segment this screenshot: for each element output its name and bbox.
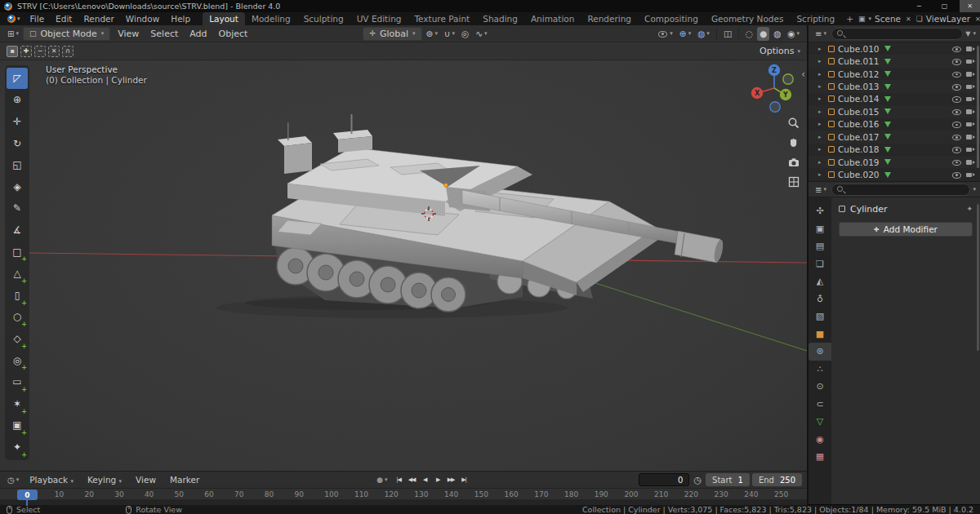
visibility-dropdown[interactable]: ▾ xyxy=(655,27,675,41)
transport-play[interactable]: ▶ xyxy=(432,474,444,486)
hide-in-viewport-eye-icon[interactable] xyxy=(951,69,962,79)
scene-browse-caret-icon[interactable]: ▾ xyxy=(868,16,871,22)
outliner-search-input[interactable] xyxy=(849,29,958,38)
overlays-toggle[interactable]: ◍ ▾ xyxy=(695,27,712,41)
hide-in-viewport-eye-icon[interactable] xyxy=(951,144,962,154)
tool-add-camera[interactable]: ▣ xyxy=(7,415,28,436)
object-name[interactable]: Cube.014 xyxy=(838,94,880,104)
properties-scrollbar[interactable] xyxy=(977,204,979,351)
timeline-editor-type-button[interactable]: ◷ ▾ xyxy=(5,476,21,485)
disable-in-render-camera-icon[interactable] xyxy=(965,119,976,129)
viewport-3d[interactable]: User Perspective (0) Collection | Cylind… xyxy=(0,60,807,471)
expand-arrow-icon[interactable]: ▸ xyxy=(818,58,825,64)
workspace-tab[interactable]: Compositing xyxy=(638,12,705,25)
disable-in-render-camera-icon[interactable] xyxy=(965,157,976,167)
scene-name[interactable]: Scene xyxy=(875,14,901,24)
tool-add-cube[interactable]: □ xyxy=(7,241,28,263)
disable-in-render-camera-icon[interactable] xyxy=(965,107,976,117)
sidebar-toggle-arrow[interactable]: ‹ xyxy=(801,69,805,80)
object-name[interactable]: Cube.016 xyxy=(838,119,880,129)
tank-model[interactable] xyxy=(216,114,724,318)
viewport-scene[interactable] xyxy=(0,60,807,471)
timeline-ruler[interactable]: 0102030405060708090100110120130140150160… xyxy=(0,488,807,505)
outliner-row[interactable]: ▸ Cube.020 xyxy=(808,168,980,180)
maximize-button[interactable]: ▢ xyxy=(934,0,955,12)
chevron-down-icon[interactable]: ▾ xyxy=(973,30,976,37)
outliner-row[interactable]: ▸ Cube.014 xyxy=(808,93,980,105)
disable-in-render-camera-icon[interactable] xyxy=(965,144,976,154)
tool-add-cylinder[interactable]: ▯ xyxy=(7,285,28,306)
minimize-button[interactable]: ─ xyxy=(909,0,929,12)
properties-search[interactable] xyxy=(831,184,971,196)
properties-tab-world[interactable]: ♁ xyxy=(808,290,831,308)
tool-move[interactable]: ✛ xyxy=(7,111,28,132)
workspace-tab[interactable]: Shading xyxy=(476,12,524,25)
tool-scale[interactable]: ◱ xyxy=(7,154,28,175)
select-mode-button[interactable]: ∩ xyxy=(62,46,74,57)
workspace-tab[interactable]: Texture Paint xyxy=(408,12,476,25)
outliner-row[interactable]: ▸ Cube.010 xyxy=(808,42,980,55)
xray-toggle[interactable]: ◫ xyxy=(721,27,734,41)
transport-jump-to-end[interactable]: ▶| xyxy=(458,474,470,486)
tool-add-light[interactable]: ✶ xyxy=(7,393,28,414)
workspace-tab[interactable]: Animation xyxy=(524,12,581,25)
hide-in-viewport-eye-icon[interactable] xyxy=(951,119,962,129)
topbar-menu-item[interactable]: Help xyxy=(165,14,196,24)
expand-arrow-icon[interactable]: ▸ xyxy=(818,71,825,78)
workspace-tab[interactable]: Geometry Nodes xyxy=(705,12,791,25)
tool-add-torus[interactable]: ◎ xyxy=(7,350,28,371)
view-menu[interactable]: View xyxy=(130,475,162,485)
properties-tab-output[interactable]: ▤ xyxy=(808,237,831,255)
scene-unlink-icon[interactable]: ✕ xyxy=(904,16,913,23)
viewport-menu-item[interactable]: Select xyxy=(145,29,184,39)
gizmos-toggle[interactable]: ⊕ ▾ xyxy=(677,27,693,41)
outliner-editor-type-button[interactable]: ≡ ▾ xyxy=(813,29,829,38)
expand-arrow-icon[interactable]: ▸ xyxy=(818,95,825,102)
falloff-button[interactable]: ∿ ▾ xyxy=(473,27,489,41)
viewport-menu-item[interactable]: View xyxy=(112,29,145,39)
tool-rotate[interactable]: ↻ xyxy=(7,133,28,154)
shading-rendered-button[interactable]: ◉ ▾ xyxy=(785,27,802,41)
snap-button[interactable]: ∪ ▾ xyxy=(442,27,457,41)
select-mode-button[interactable]: − xyxy=(34,46,46,57)
properties-tab-object-data[interactable]: ▽ xyxy=(808,413,831,431)
options-button[interactable]: Options ▾ xyxy=(760,46,800,56)
add-modifier-button[interactable]: ✚ Add Modifier xyxy=(839,222,973,237)
workspace-tab[interactable]: Modeling xyxy=(245,12,297,25)
disable-in-render-camera-icon[interactable] xyxy=(965,56,976,66)
tool-transform[interactable]: ◈ xyxy=(7,176,28,197)
topbar-menu-item[interactable]: Render xyxy=(78,14,119,24)
expand-arrow-icon[interactable]: ▸ xyxy=(818,83,825,90)
stopwatch-icon[interactable]: ◷ xyxy=(692,475,703,485)
marker-menu[interactable]: Marker xyxy=(164,475,205,485)
workspace-tab[interactable]: Sculpting xyxy=(297,12,350,25)
shading-wireframe-button[interactable]: ◌ xyxy=(743,27,755,41)
properties-tab-collection[interactable]: ▧ xyxy=(808,308,831,326)
outliner-row[interactable]: ▸ Cube.019 xyxy=(808,156,980,168)
topbar-menu-item[interactable]: File xyxy=(24,14,51,24)
workspace-tab[interactable]: Rendering xyxy=(581,12,638,25)
object-name[interactable]: Cube.019 xyxy=(838,157,880,167)
object-name[interactable]: Cube.018 xyxy=(838,144,880,154)
properties-tab-physics[interactable]: ⊙ xyxy=(808,378,831,396)
disable-in-render-camera-icon[interactable] xyxy=(965,94,976,104)
hide-in-viewport-eye-icon[interactable] xyxy=(951,170,962,179)
properties-tab-texture[interactable]: ▦ xyxy=(808,448,831,466)
expand-arrow-icon[interactable]: ▸ xyxy=(818,146,825,153)
outliner-row[interactable]: ▸ Cube.012 xyxy=(808,68,980,80)
object-name[interactable]: Cube.010 xyxy=(838,44,880,54)
outliner-row[interactable]: ▸ Cube.016 xyxy=(808,118,980,131)
object-name[interactable]: Cube.011 xyxy=(838,56,880,66)
properties-tab-modifiers[interactable]: ⊛ xyxy=(808,343,831,361)
camera-view-icon[interactable] xyxy=(786,155,801,170)
workspace-tab[interactable]: UV Editing xyxy=(350,12,408,25)
object-name[interactable]: Cube.012 xyxy=(838,69,880,79)
outliner-row[interactable]: ▸ Cube.015 xyxy=(808,105,980,117)
orientation-dropdown[interactable]: ✛ Global ▾ xyxy=(363,27,421,41)
hide-in-viewport-eye-icon[interactable] xyxy=(951,132,962,142)
transport-next-keyframe[interactable]: ▶▶ xyxy=(445,474,457,486)
hide-in-viewport-eye-icon[interactable] xyxy=(951,94,962,104)
window-titlebar[interactable]: STRV [C:\Users\Lenovo\Downloads\source\S… xyxy=(0,0,980,12)
pan-hand-icon[interactable] xyxy=(786,135,801,150)
properties-search-input[interactable] xyxy=(849,185,966,194)
